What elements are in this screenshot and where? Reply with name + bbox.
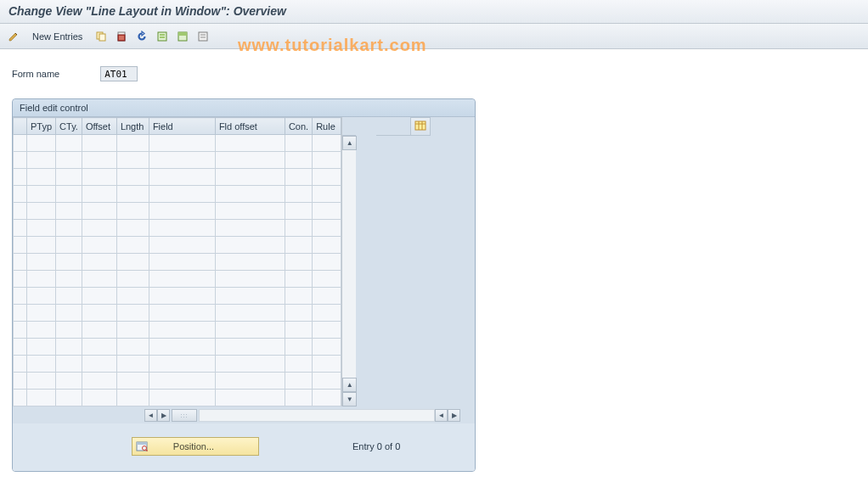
table-cell[interactable] <box>27 305 56 322</box>
table-cell[interactable] <box>285 254 312 271</box>
row-selector[interactable] <box>14 271 27 288</box>
scroll-down-button-2[interactable]: ▼ <box>342 392 357 406</box>
table-row[interactable] <box>14 339 341 356</box>
form-name-input[interactable] <box>100 66 138 81</box>
table-cell[interactable] <box>285 373 312 390</box>
table-cell[interactable] <box>149 186 215 203</box>
row-selector[interactable] <box>14 339 27 356</box>
table-cell[interactable] <box>285 356 312 373</box>
table-cell[interactable] <box>313 356 341 373</box>
row-selector[interactable] <box>14 305 27 322</box>
table-cell[interactable] <box>215 152 285 169</box>
table-cell[interactable] <box>82 169 116 186</box>
table-cell[interactable] <box>82 220 116 237</box>
table-cell[interactable] <box>116 390 149 406</box>
table-cell[interactable] <box>82 152 116 169</box>
select-all-button[interactable] <box>154 28 171 45</box>
table-row[interactable] <box>14 305 341 322</box>
table-cell[interactable] <box>215 186 285 203</box>
table-cell[interactable] <box>56 169 82 186</box>
column-header-ptyp[interactable]: PTyp <box>27 118 56 135</box>
table-cell[interactable] <box>56 356 82 373</box>
table-cell[interactable] <box>215 271 285 288</box>
hscroll-thumb[interactable]: ::: <box>172 409 197 422</box>
table-cell[interactable] <box>285 237 312 254</box>
hscroll-last-button[interactable]: ▶ <box>448 409 460 422</box>
table-row[interactable] <box>14 186 341 203</box>
table-cell[interactable] <box>82 237 116 254</box>
table-cell[interactable] <box>149 322 215 339</box>
table-cell[interactable] <box>313 135 341 152</box>
table-cell[interactable] <box>149 169 215 186</box>
table-cell[interactable] <box>56 305 82 322</box>
copy-as-button[interactable] <box>93 28 110 45</box>
table-cell[interactable] <box>285 135 312 152</box>
table-row[interactable] <box>14 288 341 305</box>
table-cell[interactable] <box>149 254 215 271</box>
table-cell[interactable] <box>56 220 82 237</box>
row-selector[interactable] <box>14 169 27 186</box>
table-cell[interactable] <box>56 203 82 220</box>
field-edit-table[interactable]: PTyp CTy. Offset Lngth Field Fld offset … <box>13 117 341 406</box>
table-cell[interactable] <box>82 288 116 305</box>
table-cell[interactable] <box>313 305 341 322</box>
row-selector[interactable] <box>14 288 27 305</box>
column-header-field[interactable]: Field <box>149 118 215 135</box>
table-cell[interactable] <box>82 254 116 271</box>
table-cell[interactable] <box>285 271 312 288</box>
table-cell[interactable] <box>27 220 56 237</box>
table-cell[interactable] <box>285 390 312 406</box>
table-cell[interactable] <box>116 305 149 322</box>
table-cell[interactable] <box>149 373 215 390</box>
table-cell[interactable] <box>215 305 285 322</box>
table-cell[interactable] <box>215 254 285 271</box>
table-cell[interactable] <box>56 271 82 288</box>
undo-button[interactable] <box>133 28 150 45</box>
table-cell[interactable] <box>313 339 341 356</box>
delete-button[interactable] <box>113 28 130 45</box>
table-cell[interactable] <box>313 390 341 406</box>
table-cell[interactable] <box>285 169 312 186</box>
table-cell[interactable] <box>116 288 149 305</box>
table-cell[interactable] <box>82 186 116 203</box>
hscroll-right-button[interactable]: ◄ <box>435 409 448 422</box>
table-cell[interactable] <box>27 271 56 288</box>
table-cell[interactable] <box>313 203 341 220</box>
table-cell[interactable] <box>149 356 215 373</box>
table-cell[interactable] <box>56 237 82 254</box>
table-row[interactable] <box>14 237 341 254</box>
table-cell[interactable] <box>56 373 82 390</box>
table-cell[interactable] <box>215 169 285 186</box>
table-cell[interactable] <box>149 305 215 322</box>
table-cell[interactable] <box>56 390 82 406</box>
table-cell[interactable] <box>285 186 312 203</box>
table-cell[interactable] <box>313 271 341 288</box>
table-row[interactable] <box>14 254 341 271</box>
table-cell[interactable] <box>27 288 56 305</box>
table-cell[interactable] <box>82 322 116 339</box>
table-cell[interactable] <box>313 237 341 254</box>
table-cell[interactable] <box>56 339 82 356</box>
table-cell[interactable] <box>27 390 56 406</box>
table-cell[interactable] <box>27 356 56 373</box>
table-cell[interactable] <box>56 254 82 271</box>
row-selector[interactable] <box>14 186 27 203</box>
table-cell[interactable] <box>116 203 149 220</box>
table-row[interactable] <box>14 390 341 406</box>
row-selector[interactable] <box>14 220 27 237</box>
select-block-button[interactable] <box>174 28 191 45</box>
table-cell[interactable] <box>116 339 149 356</box>
table-cell[interactable] <box>27 169 56 186</box>
table-cell[interactable] <box>82 135 116 152</box>
table-cell[interactable] <box>215 203 285 220</box>
hscroll-track[interactable] <box>199 409 435 422</box>
table-cell[interactable] <box>27 186 56 203</box>
table-cell[interactable] <box>313 152 341 169</box>
toggle-display-change-button[interactable] <box>5 28 22 45</box>
table-cell[interactable] <box>116 237 149 254</box>
table-cell[interactable] <box>285 305 312 322</box>
table-row[interactable] <box>14 152 341 169</box>
table-cell[interactable] <box>285 322 312 339</box>
table-cell[interactable] <box>82 373 116 390</box>
table-cell[interactable] <box>215 356 285 373</box>
